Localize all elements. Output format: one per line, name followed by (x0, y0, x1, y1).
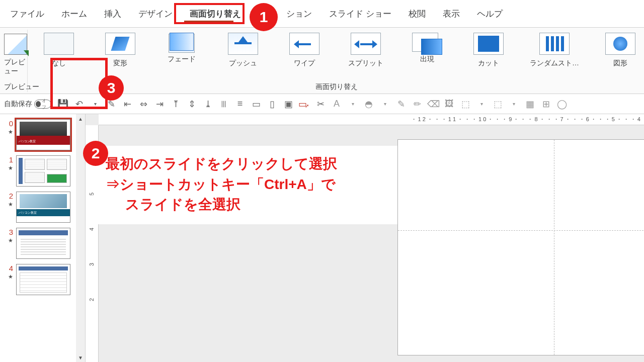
guide-horizontal (398, 230, 644, 231)
tab-hidden-partial[interactable]: ション (286, 6, 319, 22)
align-middle-icon[interactable]: ⇕ (184, 97, 199, 111)
transition-push-icon (228, 33, 258, 55)
transition-fade-icon (167, 33, 197, 55)
select-arrow-icon[interactable]: ▭➚ (297, 97, 312, 111)
transition-appear[interactable]: 出現 (404, 33, 450, 68)
transition-wipe-icon (289, 33, 319, 55)
transition-appear-label: 出現 (420, 55, 434, 64)
transition-none[interactable]: なし (36, 33, 82, 68)
thumbnail-1-slide[interactable] (16, 155, 70, 187)
tab-design[interactable]: デザイン (131, 6, 180, 22)
scroll-up-icon[interactable]: ▲ (76, 114, 85, 123)
thumbnail-4[interactable]: 4 ★ (0, 259, 85, 295)
annotation-line-1: 最初のスライドをクリックして選択 (106, 154, 387, 174)
grid-icon[interactable]: ⊞ (538, 97, 553, 111)
transition-push[interactable]: プッシュ (220, 33, 266, 68)
thumbnail-2-number: 2 (4, 192, 13, 200)
ungroup-icon[interactable]: ▯ (265, 97, 280, 111)
font-color-icon[interactable]: A (329, 97, 344, 111)
tab-slideshow[interactable]: スライド ショー (322, 6, 398, 22)
transition-push-label: プッシュ (229, 59, 257, 68)
transition-morph-label: 変形 (113, 59, 127, 68)
pen-icon[interactable]: ✎ (393, 97, 409, 111)
thumbnail-4-slide[interactable] (16, 264, 70, 295)
tab-transitions[interactable]: 画面切り替え (183, 6, 248, 22)
transition-random-stripes[interactable]: ランダムスト… (527, 33, 582, 68)
save-icon[interactable]: 💾 (55, 97, 70, 111)
distribute-v-icon[interactable]: ≡ (232, 97, 248, 111)
transition-shape-label: 図形 (613, 59, 627, 68)
send-backward-dropdown-icon[interactable]: ▾ (506, 97, 521, 111)
align-right-icon[interactable]: ⇥ (152, 97, 167, 111)
undo-dropdown-icon[interactable]: ▾ (88, 97, 103, 111)
bring-forward-icon[interactable]: ⬚ (458, 97, 473, 111)
preview-icon[interactable] (4, 34, 27, 55)
highlighter-icon[interactable]: ✏ (410, 97, 425, 111)
thumbnail-3-star-icon: ★ (8, 237, 13, 244)
annotation-line-3: スライドを全選択 (106, 195, 387, 215)
thumbnail-3-slide[interactable] (16, 228, 70, 259)
transition-cut[interactable]: カット (465, 33, 512, 68)
align-center-h-icon[interactable]: ⇔ (136, 97, 151, 111)
table-icon[interactable]: ▦ (522, 97, 537, 111)
transition-none-icon (44, 33, 74, 55)
ribbon-transitions: プレビュー なし 変形 フェード プッシュ (0, 28, 644, 94)
crop-icon[interactable]: ✂ (313, 97, 328, 111)
transition-morph[interactable]: 変形 (97, 33, 143, 68)
tab-home[interactable]: ホーム (54, 6, 94, 22)
slide-thumbnail-panel: 0 ★ パソコン教室 1 ★ 2 ★ パソコン教室 (0, 114, 86, 362)
font-color-dropdown-icon[interactable]: ▾ (345, 97, 360, 111)
annotation-line-2: ⇒ショートカットキー「Ctrl+A」で (106, 174, 387, 195)
autosave-label: 自動保存 (4, 100, 32, 109)
thumbnail-2[interactable]: 2 ★ パソコン教室 (0, 187, 85, 223)
tab-file[interactable]: ファイル (3, 6, 51, 22)
thumbnail-0[interactable]: 0 ★ パソコン教室 (0, 114, 85, 150)
group-icon[interactable]: ▭ (249, 97, 264, 111)
transition-fade[interactable]: フェード (158, 33, 205, 68)
oval-icon[interactable]: ◯ (554, 97, 570, 111)
thumbnail-1[interactable]: 1 ★ (0, 150, 85, 187)
transition-split-icon (351, 33, 381, 55)
tab-help[interactable]: ヘルプ (470, 6, 510, 22)
shape-fill-dropdown-icon[interactable]: ▾ (377, 97, 392, 111)
transition-wipe[interactable]: ワイプ (281, 33, 328, 68)
preview-button-label[interactable]: プレビュー (4, 58, 27, 76)
horizontal-ruler-values: ・12・・・11・・・10・・・9・・・8・・・7・・・6・・・5・・・4 (411, 116, 642, 123)
autosave-toggle[interactable]: 自動保存 オフ (4, 100, 51, 109)
picture-icon[interactable]: 🖼 (442, 97, 457, 111)
format-painter-icon[interactable]: ✎ (104, 97, 119, 111)
transition-wipe-label: ワイプ (294, 59, 315, 68)
annotation-callout: 最初のスライドをクリックして選択 ⇒ショートカットキー「Ctrl+A」で スライ… (96, 146, 397, 224)
align-left-icon[interactable]: ⇤ (120, 97, 135, 111)
thumbnail-3-number: 3 (4, 228, 13, 236)
thumbnail-3[interactable]: 3 ★ (0, 223, 85, 259)
tab-review[interactable]: 校閲 (401, 6, 433, 22)
eraser-icon[interactable]: ⌫ (426, 97, 441, 111)
transition-gallery: なし 変形 フェード プッシュ ワイプ (32, 30, 644, 68)
align-bottom-icon[interactable]: ⤓ (200, 97, 215, 111)
shape-fill-icon[interactable]: ◓ (361, 97, 376, 111)
transition-split[interactable]: スプリット (343, 33, 389, 68)
tab-view[interactable]: 表示 (436, 6, 467, 22)
transition-split-label: スプリット (348, 59, 383, 68)
autosave-switch-icon: オフ (34, 100, 51, 109)
thumbnail-0-number: 0 (4, 119, 13, 128)
v-ruler-6: 6 (89, 157, 95, 160)
v-ruler-2: 2 (89, 298, 95, 301)
ribbon-group-transitions-label: 画面切り替え (315, 82, 358, 92)
undo-icon[interactable]: ↶ (71, 97, 87, 111)
slide-canvas[interactable] (397, 139, 644, 355)
scroll-down-icon[interactable]: ▼ (76, 353, 85, 362)
send-backward-icon[interactable]: ⬚ (490, 97, 505, 111)
tab-insert[interactable]: 挿入 (97, 6, 128, 22)
transition-shape[interactable]: 図形 (597, 33, 643, 68)
thumbnail-2-slide[interactable]: パソコン教室 (16, 192, 70, 223)
distribute-h-icon[interactable]: ⫼ (216, 97, 231, 111)
regroup-icon[interactable]: ▣ (281, 97, 296, 111)
thumbnail-scrollbar[interactable]: ▲ ▼ (76, 114, 85, 362)
transition-cut-icon (473, 33, 504, 55)
transition-random-icon (539, 33, 570, 55)
align-top-icon[interactable]: ⤒ (168, 97, 183, 111)
bring-forward-dropdown-icon[interactable]: ▾ (474, 97, 489, 111)
thumbnail-0-slide[interactable]: パソコン教室 (16, 119, 70, 150)
